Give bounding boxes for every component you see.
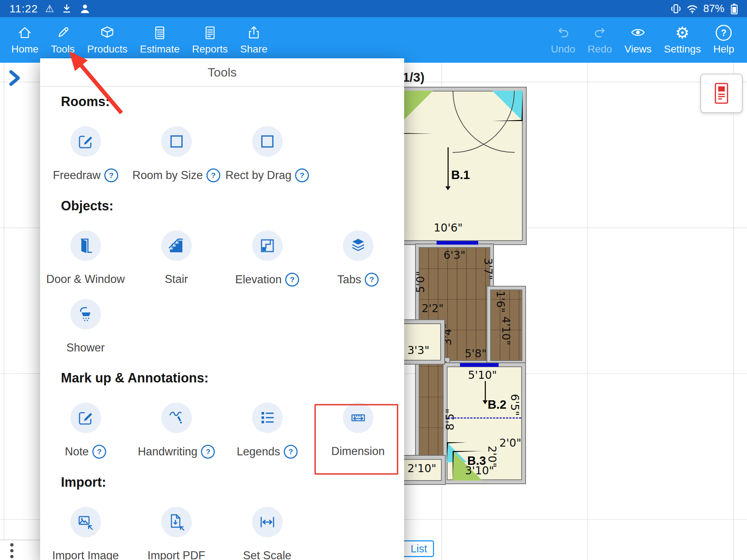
section-heading-rooms: Rooms: [61,94,404,109]
help-icon[interactable]: ? [285,273,299,287]
section-heading-import: Import: [61,475,404,490]
overflow-menu-button[interactable] [10,543,13,558]
toolbar-home-button[interactable]: Home [5,25,45,55]
room-label-b2: B.2 [488,398,506,412]
dim-1-6: 1'6" [494,291,507,312]
tools-panel-title: Tools [40,58,404,87]
tool-item-tabs[interactable]: Tabs ? [313,230,403,287]
toolbar-help-button[interactable]: ? Help [707,25,740,55]
rect-by-drag-icon [259,133,276,150]
dim-3-10: 3'10" [465,464,494,477]
tool-item-set-scale[interactable]: Set Scale [222,507,313,560]
undo-icon [555,25,571,41]
toolbar-redo-button[interactable]: Redo [581,25,618,55]
room-b1[interactable]: B.1 10'6" [387,88,526,244]
tool-label-room-by-size: Room by Size [132,169,203,182]
door-object-card[interactable] [700,74,743,113]
share-icon [246,25,262,41]
dim-5-0: 5'0" [414,271,427,293]
tool-item-freedraw[interactable]: Freedraw ? [40,126,131,182]
help-icon[interactable]: ? [284,445,298,459]
dim-3-3: 3'3" [407,344,429,357]
tool-item-handwriting[interactable]: Handwriting ? [131,402,222,459]
help-icon[interactable]: ? [104,168,118,182]
room-b1-north-arrow [448,147,449,188]
tool-label-import-pdf: Import PDF [147,549,205,560]
toolbar-home-label: Home [11,43,39,55]
tool-label-elevation: Elevation [235,273,282,286]
document-icon [202,25,218,41]
help-icon[interactable]: ? [201,445,215,459]
room-b2-north-arrow [485,381,486,402]
dim-2-2: 2'2" [422,302,444,315]
wifi-icon [686,3,698,14]
import-pdf-icon [168,513,185,531]
status-bar: 11:22 ⚠ 87% [0,0,747,17]
tool-item-import-image[interactable]: Import Image [40,507,131,560]
stair-icon [168,237,185,254]
help-icon[interactable]: ? [365,273,379,287]
redo-icon [592,25,608,41]
door-marker[interactable] [437,241,478,245]
tool-item-stair[interactable]: Stair [131,230,222,287]
toolbar-share-button[interactable]: Share [234,25,274,55]
chevron-right-icon [8,69,23,87]
tool-item-door-window[interactable]: Door & Window [40,230,131,287]
toolbar-products-button[interactable]: Products [81,25,134,55]
tool-item-legends[interactable]: Legends ? [222,402,313,459]
expand-chevron-button[interactable] [8,69,23,88]
tool-label-rect-by-drag: Rect by Drag [225,169,291,182]
dim-6-3: 6'3" [444,249,465,261]
tool-item-dimension[interactable]: Dimension [313,402,403,459]
toolbar-redo-label: Redo [588,43,612,55]
tool-item-import-pdf[interactable]: Import PDF [131,507,222,560]
room-bottom-left[interactable]: 2'10" [400,456,445,484]
tool-label-shower: Shower [66,341,105,354]
dim-8-5: 8'5" [444,408,456,430]
toolbar-undo-button[interactable]: Undo [545,25,581,55]
tool-label-legends: Legends [237,445,280,458]
tool-label-stair: Stair [165,273,188,286]
toolbar-products-label: Products [87,43,128,55]
elevation-icon [259,237,276,254]
main-toolbar: Home Tools Products Estimate Reports Sha… [0,17,747,63]
room-by-size-icon [168,133,185,150]
toolbar-settings-button[interactable]: ⚙ Settings [658,25,707,55]
tool-item-elevation[interactable]: Elevation ? [222,230,313,287]
tabs-layers-icon [349,237,367,254]
help-icon[interactable]: ? [206,168,220,182]
tool-label-door-window: Door & Window [46,273,125,286]
toolbar-views-label: Views [624,43,651,55]
dimension-icon [349,409,367,427]
door-marker[interactable] [460,363,499,367]
toolbar-estimate-button[interactable]: Estimate [134,25,186,55]
tool-item-room-by-size[interactable]: Room by Size ? [131,126,222,182]
toolbar-tools-label: Tools [51,43,75,55]
dim-2-0-a: 2'0" [499,436,521,449]
tool-item-note[interactable]: Note ? [40,402,131,459]
battery-percent: 87% [703,3,724,15]
room-b2[interactable]: 5'10" 8'5" B.2 6'5" 2'0" B.3 2'0" 3'10" [444,363,525,483]
tool-label-import-image: Import Image [52,549,119,560]
room-label-b1: B.1 [451,168,470,182]
eye-icon [630,25,646,41]
toolbar-views-button[interactable]: Views [618,25,658,55]
toolbar-reports-label: Reports [192,43,228,55]
tool-item-shower[interactable]: Shower [40,299,131,354]
hallway-right[interactable]: 1'6" 4'10" [487,287,525,364]
tools-panel: Tools Rooms: Freedraw ? Room by Size ? R… [40,58,404,560]
help-icon[interactable]: ? [295,168,309,182]
toolbar-help-label: Help [713,43,734,55]
clock: 11:22 [9,3,38,15]
section-heading-markup: Mark up & Annotations: [61,370,404,386]
toolbar-tools-button[interactable]: Tools [45,25,81,55]
dim-6-5: 6'5" [508,394,521,416]
toolbar-reports-button[interactable]: Reports [186,25,234,55]
help-icon[interactable]: ? [92,445,106,459]
room-small[interactable]: 3'3" [400,320,444,364]
freedraw-icon [77,133,94,150]
help-icon: ? [716,25,732,41]
tool-item-rect-by-drag[interactable]: Rect by Drag ? [222,126,313,182]
shower-icon [77,306,94,323]
tool-label-dimension: Dimension [331,445,384,458]
